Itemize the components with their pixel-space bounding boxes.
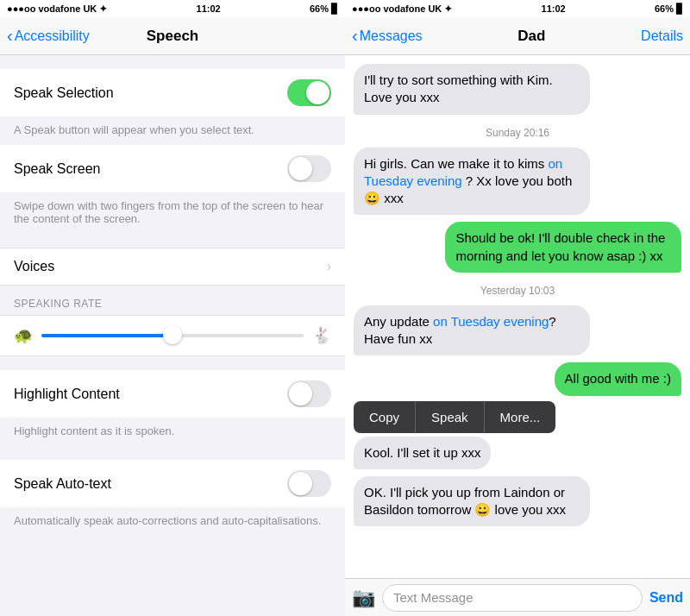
speak-screen-section: Speak Screen [0,145,345,192]
bubble-1: Hi girls. Can we make it to kims on Tues… [354,148,590,216]
link-tuesday-2[interactable]: on Tuesday evening [433,314,549,329]
nav-bar-right: ‹ Messages Dad Details [345,17,690,55]
speak-autotext-toggle[interactable] [287,470,331,497]
speak-screen-toggle[interactable] [287,155,331,182]
message-input-bar: 📷 Text Message Send [345,578,690,616]
nav-bar-left: ‹ Accessibility Speech [0,17,345,55]
speak-selection-desc: A Speak button will appear when you sele… [0,116,345,145]
speaking-rate-slider-row: 🐢 🐇 [0,315,345,356]
speak-autotext-row: Speak Auto-text [0,460,345,507]
highlight-content-toggle[interactable] [287,380,331,407]
message-row-5: Kool. I'll set it up xxx [354,437,681,469]
chevron-right-icon: › [327,259,331,274]
voices-label: Voices [14,259,54,274]
bubble-3: Any update on Tuesday evening? Have fun … [354,305,590,356]
speak-selection-row: Speak Selection [0,69,345,116]
message-row-4: All good with me :) [354,362,681,395]
back-label-left: Accessibility [15,28,90,44]
speaking-rate-header: SPEAKING RATE [0,292,345,315]
messages-list: I'll try to sort something with Kim. Lov… [345,55,690,578]
timestamp-1: Yesterday 10:03 [354,285,681,297]
highlight-content-label: Highlight Content [14,387,120,402]
chevron-back-icon: ‹ [352,26,358,46]
nav-title-right: Dad [518,28,545,45]
message-row-0: I'll try to sort something with Kim. Lov… [354,64,681,115]
status-bar-left: ●●●oo vodafone UK ✦ 11:02 66% ▊ [0,0,345,17]
chevron-left-icon: ‹ [7,26,13,46]
bubble-5: Kool. I'll set it up xxx [354,437,491,469]
timestamp-0: Sunday 20:16 [354,127,681,139]
rabbit-icon: 🐇 [312,326,331,345]
message-row-6: OK. I'll pick you up from Laindon or Bas… [354,476,681,527]
bubble-2: Should be ok! I'll double check in the m… [445,222,681,273]
toggle-thumb [306,81,329,104]
context-menu: Copy Speak More... [354,401,555,433]
send-button[interactable]: Send [649,590,683,606]
time-right: 11:02 [542,3,566,14]
speak-screen-label: Speak Screen [14,161,101,177]
highlight-content-row: Highlight Content [0,370,345,418]
bubble-0: I'll try to sort something with Kim. Lov… [354,64,590,115]
speak-screen-row: Speak Screen [0,145,345,192]
speak-autotext-section: Speak Auto-text [0,460,345,507]
speak-selection-label: Speak Selection [14,85,114,101]
camera-icon[interactable]: 📷 [352,587,375,609]
message-with-menu: Copy Speak More... Kool. I'll set it up … [354,401,681,471]
highlight-toggle-thumb [289,382,312,405]
back-label-right: Messages [360,28,423,44]
bubble-4: All good with me :) [555,362,681,395]
left-panel: ●●●oo vodafone UK ✦ 11:02 66% ▊ ‹ Access… [0,0,345,616]
speak-autotext-desc: Automatically speak auto-corrections and… [0,507,345,536]
copy-menu-item[interactable]: Copy [354,401,415,433]
right-panel: ●●●oo vodafone UK ✦ 11:02 66% ▊ ‹ Messag… [345,0,690,616]
bubble-6: OK. I'll pick you up from Laindon or Bas… [354,476,590,527]
time-left: 11:02 [197,3,221,14]
settings-content: Speak Selection A Speak button will appe… [0,55,345,616]
message-placeholder: Text Message [393,590,474,605]
highlight-content-desc: Highlight content as it is spoken. [0,418,345,446]
link-tuesday-1[interactable]: on Tuesday evening [364,156,562,188]
battery-left: 66% ▊ [310,3,338,15]
battery-right: 66% ▊ [655,3,683,15]
status-bar-right: ●●●oo vodafone UK ✦ 11:02 66% ▊ [345,0,690,17]
message-row-3: Any update on Tuesday evening? Have fun … [354,305,681,356]
back-button-right[interactable]: ‹ Messages [352,26,423,46]
message-row-2: Should be ok! I'll double check in the m… [354,222,681,273]
slider-track[interactable] [41,334,304,337]
more-menu-item[interactable]: More... [484,401,556,433]
speak-menu-item[interactable]: Speak [415,401,484,433]
speak-selection-toggle[interactable] [287,79,331,106]
speak-screen-toggle-thumb [289,157,312,180]
speak-selection-section: Speak Selection [0,69,345,116]
slider-thumb[interactable] [163,325,182,344]
turtle-icon: 🐢 [14,326,33,345]
carrier-right: ●●●oo vodafone UK ✦ [352,3,452,15]
autotext-toggle-thumb [289,472,312,495]
voices-row[interactable]: Voices › [0,248,345,286]
message-row-1: Hi girls. Can we make it to kims on Tues… [354,148,681,216]
context-menu-container: Copy Speak More... [354,401,555,433]
nav-title-left: Speech [147,28,198,45]
details-button[interactable]: Details [641,28,683,44]
speak-screen-desc: Swipe down with two fingers from the top… [0,192,345,234]
highlight-content-section: Highlight Content [0,370,345,418]
carrier-left: ●●●oo vodafone UK ✦ [7,3,107,15]
message-input-field[interactable]: Text Message [382,584,643,612]
back-button-left[interactable]: ‹ Accessibility [7,26,90,46]
speak-autotext-label: Speak Auto-text [14,476,111,492]
slider-fill [41,334,172,337]
